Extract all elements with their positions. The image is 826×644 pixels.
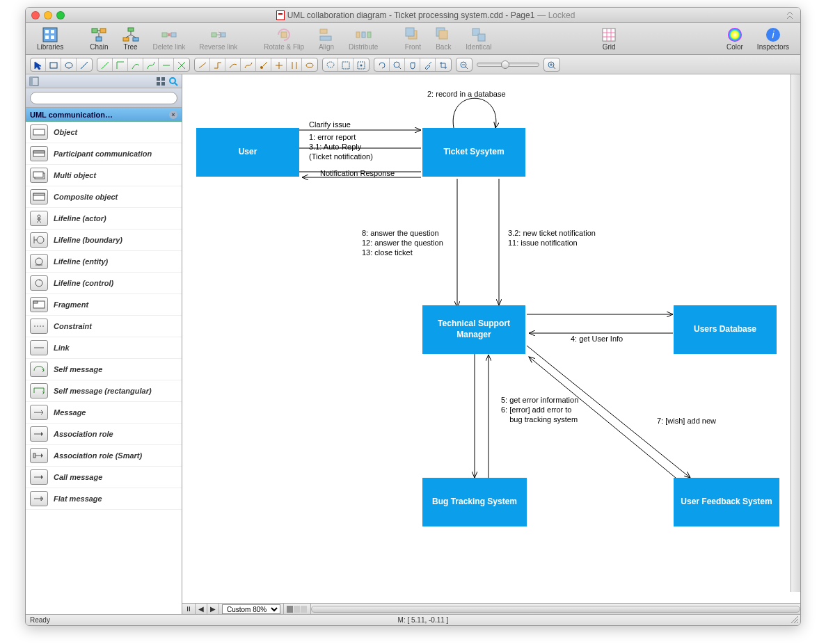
label-mid6a: 6: [error] add error to — [501, 405, 572, 414]
svg-rect-15 — [281, 32, 287, 38]
pause-icon[interactable]: ⏸ — [182, 604, 196, 614]
horizontal-scrollbar[interactable] — [311, 606, 800, 613]
smart-connect-2[interactable] — [210, 58, 225, 72]
window-close-button[interactable] — [31, 11, 40, 19]
panel-icon[interactable] — [29, 76, 40, 87]
svg-point-56 — [38, 215, 40, 218]
node-feedback[interactable]: User Feedback System — [674, 478, 779, 526]
library-item[interactable]: Fragment — [26, 294, 182, 316]
back-button[interactable]: Back — [429, 25, 457, 52]
library-item[interactable]: Lifeline (boundary) — [26, 230, 182, 251]
library-item[interactable]: Self message (rectangular) — [26, 380, 182, 402]
chain-button[interactable]: Chain — [84, 25, 113, 52]
library-item[interactable]: Call message — [26, 467, 182, 488]
lasso-tool[interactable] — [323, 58, 338, 72]
svg-rect-1 — [45, 30, 49, 33]
line-tool[interactable] — [77, 58, 92, 72]
smart-connect-7[interactable] — [287, 58, 302, 72]
node-tsm[interactable]: Technical Support Manager — [422, 305, 525, 354]
library-item[interactable]: Flat message — [26, 488, 182, 510]
library-item-label: Flat message — [54, 494, 102, 503]
library-item[interactable]: Constraint — [26, 316, 182, 337]
resize-grip-icon[interactable] — [791, 616, 798, 623]
ellipse-tool[interactable] — [61, 58, 77, 72]
library-item[interactable]: Self message — [26, 359, 182, 380]
align-button[interactable]: Align — [312, 25, 340, 52]
smart-connect-6[interactable] — [271, 58, 287, 72]
zoom-slider-handle[interactable] — [501, 61, 509, 69]
node-ticket[interactable]: Ticket Sysytem — [422, 128, 525, 177]
vertical-scrollbar[interactable] — [791, 74, 800, 592]
library-item[interactable]: Composite object — [26, 186, 182, 208]
smart-connect-8[interactable] — [302, 58, 317, 72]
node-user[interactable]: User — [196, 128, 299, 177]
svg-point-35 — [327, 62, 334, 67]
library-item[interactable]: Lifeline (entity) — [26, 251, 182, 273]
svg-point-48 — [170, 78, 175, 83]
node-bugtrack[interactable]: Bug Tracking System — [422, 478, 527, 526]
page-tabs[interactable] — [284, 604, 311, 614]
connector-tool-3[interactable] — [128, 58, 143, 72]
inspectors-button[interactable]: i Inspectors — [752, 25, 795, 52]
tool-group-view — [374, 58, 452, 72]
color-button[interactable]: Color — [721, 25, 749, 52]
node-usersdb[interactable]: Users Database — [674, 305, 777, 354]
library-item[interactable]: Message — [26, 402, 182, 424]
grid-button[interactable]: Grid — [595, 25, 623, 52]
connector-tool-6[interactable] — [174, 58, 189, 72]
library-item[interactable]: Participant communication — [26, 143, 182, 165]
svg-rect-3 — [45, 35, 49, 39]
zoom-in-tool[interactable] — [544, 58, 559, 72]
zoom-tool[interactable] — [390, 58, 405, 72]
rotate-tool[interactable] — [374, 58, 390, 72]
tree-button[interactable]: Tree — [117, 25, 145, 52]
search-icon[interactable] — [168, 76, 179, 87]
label-left12: 12: answer the question — [362, 239, 443, 247]
svg-rect-49 — [33, 129, 45, 135]
smart-connect-3[interactable] — [225, 58, 241, 72]
pointer-tool[interactable] — [31, 58, 46, 72]
identical-button[interactable]: Identical — [460, 25, 497, 52]
grid-view-icon[interactable] — [155, 76, 166, 87]
libraries-button[interactable]: Libraries — [31, 25, 69, 52]
front-button[interactable]: Front — [399, 25, 427, 52]
library-item[interactable]: Association role — [26, 424, 182, 445]
marquee-tool[interactable] — [338, 58, 354, 72]
library-item[interactable]: Lifeline (actor) — [26, 208, 182, 230]
zoom-select[interactable]: Custom 80% — [222, 604, 280, 614]
library-search-input[interactable] — [30, 92, 177, 104]
library-title[interactable]: UML communication… × — [26, 108, 182, 122]
connector-tool-2[interactable] — [113, 58, 128, 72]
eyedropper-tool[interactable] — [420, 58, 436, 72]
nav-back-icon[interactable]: ◀ — [196, 604, 207, 614]
delete-link-button[interactable]: Delete link — [148, 25, 191, 52]
library-item[interactable]: Lifeline (control) — [26, 273, 182, 294]
crop-tool[interactable] — [436, 58, 451, 72]
library-item[interactable]: Multi object — [26, 165, 182, 186]
library-item[interactable]: Link — [26, 337, 182, 359]
library-item[interactable]: Association role (Smart) — [26, 445, 182, 467]
window-zoom-button[interactable] — [56, 11, 65, 19]
connector-tool-5[interactable] — [159, 58, 174, 72]
toolbar-label: Rotate & Flip — [264, 43, 304, 51]
connector-tool-1[interactable] — [97, 58, 113, 72]
label-mid6b: bug tracking system — [501, 415, 578, 424]
smart-connect-1[interactable] — [195, 58, 210, 72]
window-minimize-button[interactable] — [44, 11, 52, 19]
library-item-label: Call message — [54, 473, 102, 481]
smart-connect-5[interactable] — [256, 58, 271, 72]
smart-connect-4[interactable] — [241, 58, 256, 72]
connector-tool-4[interactable] — [143, 58, 159, 72]
svg-point-57 — [37, 236, 44, 243]
rect-tool[interactable] — [46, 58, 61, 72]
point-tool[interactable] — [354, 58, 369, 72]
rotate-flip-button[interactable]: Rotate & Flip — [258, 25, 310, 52]
hand-tool[interactable] — [405, 58, 420, 72]
reverse-link-button[interactable]: Reverse link — [193, 25, 243, 52]
zoom-out-tool[interactable] — [456, 58, 472, 72]
canvas[interactable]: User Ticket Sysytem Technical Support Ma… — [182, 74, 800, 603]
library-item[interactable]: Object — [26, 122, 182, 143]
nav-fwd-icon[interactable]: ▶ — [207, 604, 219, 614]
distribute-button[interactable]: Distribute — [343, 25, 383, 52]
library-close-icon[interactable]: × — [169, 111, 177, 119]
